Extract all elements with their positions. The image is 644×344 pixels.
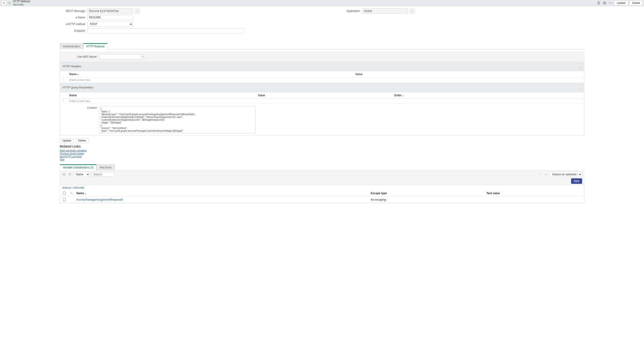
add-row-icon[interactable]: + bbox=[62, 99, 64, 103]
mid-server-lookup-icon[interactable] bbox=[140, 54, 145, 59]
page-title: HTTP Method RESUME bbox=[13, 0, 30, 6]
rel-col-name: Name bbox=[76, 192, 84, 195]
delete-button[interactable]: Delete bbox=[630, 0, 642, 5]
mid-server-field[interactable] bbox=[99, 54, 140, 59]
related-settings-icon[interactable]: ◦ bbox=[538, 172, 542, 176]
tab-variable-substitutions[interactable]: Variable Substitutions (3) bbox=[60, 164, 96, 171]
section-collapse-icon[interactable]: — bbox=[579, 66, 582, 69]
rest-message-info-icon[interactable] bbox=[135, 8, 140, 13]
http-headers-section: HTTP Headers ◦ — bbox=[60, 62, 584, 71]
rest-message-field[interactable] bbox=[88, 8, 133, 13]
row-name-link[interactable]: AccessPackageAssignmentRequestId bbox=[74, 196, 369, 203]
endpoint-field[interactable] bbox=[88, 28, 244, 33]
svg-point-6 bbox=[609, 3, 610, 3]
related-breadcrumb[interactable]: Method = RESUME bbox=[60, 185, 584, 190]
header-bar: HTTP Method RESUME Update Delete bbox=[0, 0, 644, 6]
svg-point-8 bbox=[612, 3, 612, 3]
name-field[interactable] bbox=[88, 15, 133, 20]
application-info-icon[interactable] bbox=[410, 8, 415, 13]
delete-button-bottom[interactable]: Delete bbox=[76, 138, 89, 143]
svg-point-13 bbox=[412, 10, 412, 11]
sort-asc-icon: ▲ bbox=[84, 192, 86, 195]
svg-rect-4 bbox=[604, 1, 605, 4]
mid-server-label: Use MID Server bbox=[62, 55, 99, 58]
http-query-params-section: HTTP Query Parameters ◦ — bbox=[60, 83, 584, 92]
tab-test-runs[interactable]: Test Runs bbox=[96, 164, 114, 171]
svg-line-16 bbox=[143, 57, 144, 58]
link-set-http-log-level[interactable]: Set HTTP Log level bbox=[60, 155, 584, 158]
row-test-value bbox=[484, 196, 584, 203]
section-settings-icon[interactable]: ◦ bbox=[579, 83, 582, 86]
headers-placeholder: Insert a new row... bbox=[69, 78, 92, 82]
link-test[interactable]: Test bbox=[60, 158, 584, 161]
params-new-row[interactable]: + Insert a new row... bbox=[60, 99, 584, 104]
rest-message-label: REST Message bbox=[4, 9, 88, 13]
http-headers-title: HTTP Headers bbox=[63, 65, 81, 68]
tab-authentication[interactable]: Authentication bbox=[60, 43, 83, 49]
http-headers-table: Name▲ Value + Insert a new row... bbox=[60, 71, 584, 83]
section-settings-icon[interactable]: ◦ bbox=[579, 62, 582, 65]
activity-icon[interactable] bbox=[602, 1, 607, 5]
params-col-value: Value bbox=[256, 92, 392, 99]
tab-http-request[interactable]: HTTP Request bbox=[83, 43, 108, 49]
filter-icon[interactable] bbox=[68, 172, 72, 176]
http-query-params-title: HTTP Query Parameters bbox=[63, 86, 93, 89]
row-search-icon[interactable] bbox=[70, 192, 73, 194]
http-method-label: HTTP method bbox=[68, 22, 85, 26]
update-button-bottom[interactable]: Update bbox=[60, 138, 74, 143]
svg-line-21 bbox=[72, 194, 72, 194]
chevron-left-icon bbox=[3, 1, 5, 4]
row-escape-value: No escaping bbox=[369, 196, 484, 203]
drag-handle-icon[interactable] bbox=[8, 1, 11, 4]
params-placeholder: Insert a new row... bbox=[69, 99, 92, 103]
params-col-order: Order bbox=[394, 94, 402, 97]
update-button[interactable]: Update bbox=[614, 0, 628, 5]
endpoint-label: Endpoint bbox=[4, 29, 88, 32]
application-label: Application bbox=[344, 9, 362, 13]
rel-col-escape: Escape type bbox=[369, 190, 484, 196]
table-row[interactable]: AccessPackageAssignmentRequestId No esca… bbox=[60, 196, 584, 203]
related-links: Related Links Auto-generate variables Pr… bbox=[60, 145, 584, 161]
actions-select[interactable]: Actions on selected rows... bbox=[550, 172, 582, 177]
list-menu-icon[interactable] bbox=[62, 172, 66, 176]
sort-asc-icon: ▲ bbox=[402, 94, 404, 97]
related-list-toolbar: Name ◦ — Actions on selected rows... bbox=[60, 171, 584, 178]
http-method-select[interactable]: POST bbox=[88, 21, 133, 27]
add-row-icon[interactable]: + bbox=[62, 78, 64, 82]
content-textarea[interactable] bbox=[99, 106, 256, 133]
attachment-icon[interactable] bbox=[596, 1, 601, 5]
tab-strip: Authentication HTTP Request bbox=[60, 43, 584, 49]
new-button[interactable]: New bbox=[571, 178, 582, 184]
svg-rect-3 bbox=[603, 2, 604, 4]
headers-new-row[interactable]: + Insert a new row... bbox=[60, 77, 584, 83]
rel-col-test: Test value bbox=[484, 190, 584, 196]
svg-rect-14 bbox=[412, 11, 412, 12]
svg-point-20 bbox=[70, 192, 72, 194]
back-button[interactable] bbox=[2, 0, 6, 5]
related-links-title: Related Links bbox=[60, 145, 584, 148]
headers-col-value: Value bbox=[353, 71, 584, 77]
http-request-panel: Use MID Server HTTP Headers ◦ — Name▲ Va… bbox=[60, 52, 584, 136]
section-collapse-icon[interactable]: — bbox=[579, 87, 582, 90]
search-by-select[interactable]: Name bbox=[74, 172, 90, 177]
svg-point-15 bbox=[142, 56, 144, 57]
related-collapse-icon[interactable]: — bbox=[544, 172, 548, 176]
svg-rect-5 bbox=[605, 2, 606, 4]
headers-col-name: Name bbox=[69, 73, 77, 76]
related-tabs: Variable Substitutions (3) Test Runs bbox=[60, 164, 584, 170]
row-checkbox[interactable] bbox=[63, 198, 66, 201]
related-search-input[interactable] bbox=[92, 172, 115, 177]
more-actions-icon[interactable] bbox=[608, 1, 613, 5]
name-label: Name bbox=[78, 16, 85, 19]
variable-substitutions-panel: Name ◦ — Actions on selected rows... New… bbox=[60, 170, 584, 203]
select-all-checkbox[interactable] bbox=[63, 192, 66, 195]
link-auto-generate-variables[interactable]: Auto-generate variables bbox=[60, 149, 584, 152]
content-label: Content bbox=[62, 106, 99, 133]
sort-asc-icon: ▲ bbox=[77, 73, 79, 76]
form-area: REST Message ✱Name ✱HTTP method bbox=[0, 6, 644, 36]
application-field[interactable] bbox=[362, 8, 408, 13]
svg-point-10 bbox=[137, 10, 138, 11]
svg-point-7 bbox=[610, 3, 611, 3]
http-query-params-table: Name Value Order▲ + Insert a new row... bbox=[60, 92, 584, 104]
link-preview-script-usage[interactable]: Preview Script Usage bbox=[60, 152, 584, 155]
